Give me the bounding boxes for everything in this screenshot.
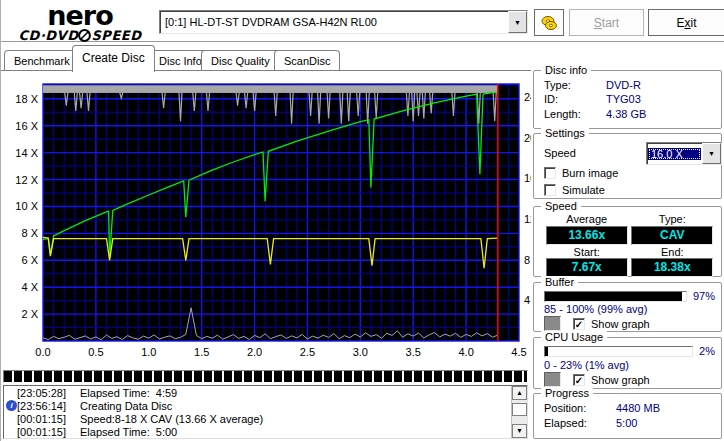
buffer-meter xyxy=(544,291,687,302)
exit-button[interactable]: Exit xyxy=(648,9,724,36)
progress-title: Progress xyxy=(541,387,593,399)
log-line: [00:01:15]Elapsed Time: 5:00 xyxy=(4,425,527,438)
disc-info-group: Disc info Type:DVD-R ID:TYG03 Length:4.3… xyxy=(533,70,722,129)
svg-text:1.5: 1.5 xyxy=(194,346,209,358)
end-label: End: xyxy=(630,246,716,258)
svg-text:3.5: 3.5 xyxy=(406,346,421,358)
simulate-checkbox[interactable] xyxy=(544,184,556,196)
burn-image-label: Burn image xyxy=(562,167,618,179)
log-line: [23:05:28]Elapsed Time: 4:59 xyxy=(4,386,527,399)
log-line: i[23:56:14]Creating Data Disc xyxy=(4,399,527,412)
status-log: [23:05:28]Elapsed Time: 4:59 i[23:56:14]… xyxy=(3,385,528,439)
start-speed-display: 7.67x xyxy=(546,258,628,277)
svg-text:2 X: 2 X xyxy=(21,308,38,320)
eject-disc-icon xyxy=(540,15,558,31)
position-value: 4480 MB xyxy=(616,402,660,414)
progress-group: Progress Position:4480 MB Elapsed:5:00 xyxy=(533,393,722,439)
svg-text:3.0: 3.0 xyxy=(353,346,368,358)
buffer-color-swatch xyxy=(544,316,561,331)
svg-text:20: 20 xyxy=(524,132,531,144)
write-speed-chart: 2 X4 X6 X8 X10 X12 X14 X16 X18 X48121620… xyxy=(1,72,531,368)
average-speed-display: 13.66x xyxy=(546,226,628,245)
nero-cd-dvd-speed-window: nero CD·DVDSPEED [0:1] HL-DT-ST DVDRAM G… xyxy=(0,0,724,441)
settings-title: Settings xyxy=(541,127,589,139)
svg-text:4.5: 4.5 xyxy=(511,346,526,358)
svg-text:8 X: 8 X xyxy=(21,227,38,239)
svg-text:8: 8 xyxy=(524,254,530,266)
svg-text:10 X: 10 X xyxy=(15,200,38,212)
buffer-range: 85 - 100% (99% avg) xyxy=(544,303,715,315)
nero-logo: nero CD·DVDSPEED xyxy=(5,2,155,42)
svg-text:2.5: 2.5 xyxy=(300,346,315,358)
scrollbar-thumb[interactable] xyxy=(512,403,527,416)
speed-stats-title: Speed xyxy=(541,200,581,212)
disc-length-label: Length: xyxy=(544,108,606,120)
start-label: Start: xyxy=(544,246,630,258)
svg-text:14 X: 14 X xyxy=(15,147,38,159)
svg-text:16 X: 16 X xyxy=(15,120,38,132)
svg-text:24: 24 xyxy=(524,91,531,103)
burn-progress-fill xyxy=(4,371,527,382)
svg-text:1.0: 1.0 xyxy=(141,346,156,358)
exit-button-label: it xyxy=(691,16,697,30)
disc-length-value: 4.38 GB xyxy=(606,108,646,120)
cpu-usage-group: CPU Usage 2% 0 - 23% (1% avg) ✓ Show gra… xyxy=(533,337,722,389)
svg-text:4 X: 4 X xyxy=(21,281,38,293)
log-line: [00:01:15]Speed:8-18 X CAV (13.66 X aver… xyxy=(4,412,527,425)
toolbar: nero CD·DVDSPEED [0:1] HL-DT-ST DVDRAM G… xyxy=(1,0,724,42)
svg-text:4.0: 4.0 xyxy=(458,346,473,358)
svg-text:12: 12 xyxy=(524,213,531,225)
log-scrollbar[interactable]: ▲ ▼ xyxy=(511,386,527,438)
tab-benchmark[interactable]: Benchmark xyxy=(4,50,80,71)
cpu-usage-title: CPU Usage xyxy=(541,331,607,343)
elapsed-label: Elapsed: xyxy=(544,417,616,429)
cpu-color-swatch xyxy=(544,372,561,387)
svg-text:6 X: 6 X xyxy=(21,254,38,266)
disc-info-title: Disc info xyxy=(541,64,591,76)
simulate-label: Simulate xyxy=(562,184,605,196)
svg-text:12 X: 12 X xyxy=(15,174,38,186)
speed-label: Speed xyxy=(544,147,576,159)
drive-select[interactable]: [0:1] HL-DT-ST DVDRAM GSA-H42N RL00 ▼ xyxy=(159,10,528,34)
disc-id-label: ID: xyxy=(544,93,606,105)
cpu-range: 0 - 23% (1% avg) xyxy=(544,359,715,371)
end-speed-display: 18.38x xyxy=(631,258,713,277)
disc-id-value: TYG03 xyxy=(606,93,641,105)
scroll-up-icon[interactable]: ▲ xyxy=(512,386,527,400)
svg-text:2.0: 2.0 xyxy=(247,346,262,358)
drive-select-value: [0:1] HL-DT-ST DVDRAM GSA-H42N RL00 xyxy=(160,16,508,28)
info-icon: i xyxy=(6,400,17,411)
tab-disc-quality[interactable]: Disc Quality xyxy=(201,50,280,71)
logo-nero-text: nero xyxy=(5,2,155,29)
svg-text:0.5: 0.5 xyxy=(88,346,103,358)
cpu-percent: 2% xyxy=(699,345,715,357)
type-display: CAV xyxy=(631,226,713,245)
chevron-down-icon[interactable]: ▼ xyxy=(702,143,721,164)
disc-type-value: DVD-R xyxy=(606,79,641,91)
position-label: Position: xyxy=(544,402,616,414)
tab-scandisc[interactable]: ScanDisc xyxy=(274,50,340,71)
write-speed-select[interactable]: 16.0 X ▼ xyxy=(646,142,722,165)
buffer-title: Buffer xyxy=(541,276,578,288)
eject-button[interactable] xyxy=(534,9,564,36)
svg-text:18 X: 18 X xyxy=(15,93,38,105)
elapsed-value: 5:00 xyxy=(616,417,637,429)
svg-text:0.0: 0.0 xyxy=(35,346,50,358)
average-label: Average xyxy=(544,213,630,225)
scroll-down-icon[interactable]: ▼ xyxy=(512,424,527,438)
write-speed-value: 16.0 X xyxy=(648,148,701,160)
buffer-group: Buffer 97% 85 - 100% (99% avg) ✓ Show gr… xyxy=(533,282,722,332)
cpu-show-graph-checkbox[interactable]: ✓ xyxy=(573,374,585,386)
svg-text:4: 4 xyxy=(524,294,530,306)
start-button-label: tart xyxy=(602,16,619,30)
chevron-down-icon[interactable]: ▼ xyxy=(508,11,527,33)
buffer-percent: 97% xyxy=(693,290,715,302)
buffer-show-graph-checkbox[interactable]: ✓ xyxy=(573,318,585,330)
buffer-show-graph-label: Show graph xyxy=(591,318,650,330)
type-label: Type: xyxy=(630,213,716,225)
burn-progress-bar xyxy=(3,370,528,383)
tab-create-disc[interactable]: Create Disc xyxy=(72,45,155,72)
disc-icon xyxy=(78,29,91,42)
burn-image-checkbox[interactable] xyxy=(544,167,556,179)
start-button[interactable]: Start xyxy=(569,9,644,36)
